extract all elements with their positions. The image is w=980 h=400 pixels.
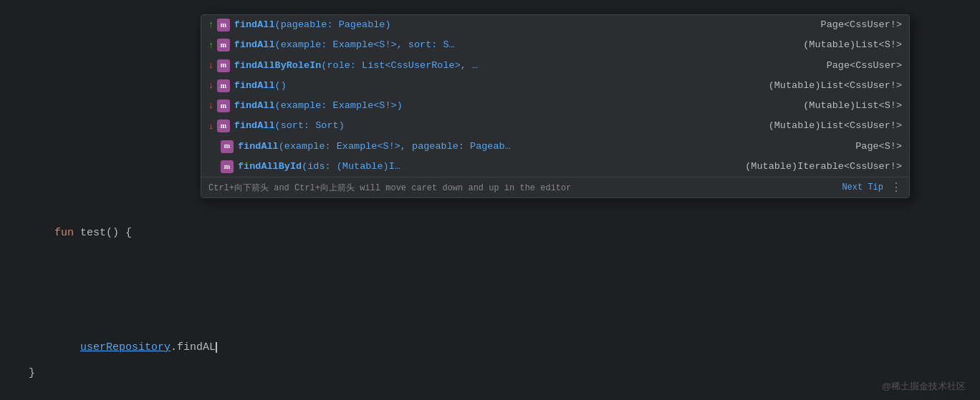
item-signature-7: findAll(example: Example<S!>, pageable: … <box>238 139 841 155</box>
autocomplete-item-2[interactable]: ↑ m findAll(example: Example<S!>, sort: … <box>201 35 909 55</box>
arrow-down-icon-4: ↓ <box>208 78 214 93</box>
return-type-6: (Mutable)List<CssUser!> <box>754 118 902 134</box>
item-signature-5: findAll(example: Example<S!>) <box>234 98 789 114</box>
item-signature-4: findAll() <box>234 78 754 94</box>
sig-rest-8: (ids: (Mutable)I… <box>302 161 400 172</box>
footer-hint-text: Ctrl+向下箭头 and Ctrl+向上箭头 will move caret … <box>208 182 842 194</box>
arrow-down-icon-3: ↓ <box>208 58 214 73</box>
repo-identifier: userRepository <box>80 341 170 353</box>
autocomplete-popup: ↑ m findAll(pageable: Pageable) Page<Css… <box>201 14 910 198</box>
highlight-2: findAll <box>234 39 275 50</box>
dot-findal: .findAL <box>170 341 217 353</box>
autocomplete-item-1[interactable]: ↑ m findAll(pageable: Pageable) Page<Css… <box>201 15 909 35</box>
autocomplete-item-3[interactable]: ↓ m findAllByRoleIn(role: List<CssUserRo… <box>201 56 909 76</box>
highlight-extra-8: ById <box>279 161 302 172</box>
sig-rest-5: (example: Example<S!>) <box>275 100 403 111</box>
method-icon-8: m <box>221 160 234 173</box>
sig-rest-4: () <box>275 80 287 91</box>
return-type-1: Page<CssUser!> <box>807 17 902 33</box>
return-type-5: (Mutable)List<S!> <box>789 98 902 114</box>
item-signature-1: findAll(pageable: Pageable) <box>234 17 807 33</box>
arrow-up-icon-1: ↑ <box>208 17 214 32</box>
closing-brace: } <box>29 365 35 382</box>
sig-rest-6: (sort: Sort) <box>275 120 345 131</box>
method-icon-4: m <box>217 79 230 92</box>
item-signature-2: findAll(example: Example<S!>, sort: S… <box>234 37 789 53</box>
method-icon-6: m <box>217 119 230 132</box>
arrow-down-icon-5: ↓ <box>208 98 214 113</box>
next-tip-button[interactable]: Next Tip <box>842 182 883 192</box>
cursor <box>216 342 217 353</box>
autocomplete-footer: Ctrl+向下箭头 and Ctrl+向上箭头 will move caret … <box>201 177 909 197</box>
method-icon-2: m <box>217 39 230 52</box>
method-icon-3: m <box>217 59 230 72</box>
highlight-3: findAll <box>234 60 275 71</box>
return-type-3: Page<CssUser> <box>812 58 902 74</box>
repo-line: userRepository.findAL <box>29 322 217 374</box>
highlight-7: findAll <box>238 141 279 152</box>
fn-test: test() { <box>80 227 132 239</box>
autocomplete-item-8[interactable]: m findAllById(ids: (Mutable)I… (Mutable)… <box>201 157 909 177</box>
highlight-4: findAll <box>234 80 275 91</box>
autocomplete-item-6[interactable]: ↓ m findAll(sort: Sort) (Mutable)List<Cs… <box>201 116 909 136</box>
highlight-5: findAll <box>234 100 275 111</box>
watermark: @稀土掘金技术社区 <box>882 380 966 393</box>
arrow-up-icon-2: ↑ <box>208 38 214 53</box>
sig-rest-1: (pageable: Pageable) <box>275 19 391 30</box>
sig-rest-2: (example: Example<S!>, sort: S… <box>275 39 455 50</box>
highlight-6: findAll <box>234 120 275 131</box>
sig-rest-7: (example: Example<S!>, pageable: Pageab… <box>279 141 511 152</box>
sig-rest-3: (role: List<CssUserRole>, … <box>321 60 478 71</box>
autocomplete-item-7[interactable]: m findAll(example: Example<S!>, pageable… <box>201 137 909 157</box>
return-type-4: (Mutable)List<CssUser!> <box>754 78 902 94</box>
code-line-fun: fun test() { <box>29 208 951 259</box>
keyword-fun: fun <box>54 227 80 239</box>
more-options-icon[interactable]: ⋮ <box>890 180 902 195</box>
method-icon-5: m <box>217 99 230 112</box>
autocomplete-item-4[interactable]: ↓ m findAll() (Mutable)List<CssUser!> <box>201 76 909 96</box>
return-type-7: Page<S!> <box>841 139 902 155</box>
code-after-popup: userRepository.findAL <box>29 322 217 374</box>
arrow-down-icon-6: ↓ <box>208 119 214 134</box>
autocomplete-item-5[interactable]: ↓ m findAll(example: Example<S!>) (Mutab… <box>201 96 909 116</box>
highlight-extra-3: ByRoleIn <box>275 60 322 71</box>
highlight-1: findAll <box>234 19 275 30</box>
method-icon-1: m <box>217 19 230 31</box>
closing-brace-line: } <box>29 365 35 382</box>
return-type-8: (Mutable)Iterable<CssUser!> <box>731 159 902 175</box>
return-type-2: (Mutable)List<S!> <box>789 37 902 53</box>
item-signature-8: findAllById(ids: (Mutable)I… <box>238 159 731 175</box>
autocomplete-list: ↑ m findAll(pageable: Pageable) Page<Css… <box>201 15 909 177</box>
item-signature-3: findAllByRoleIn(role: List<CssUserRole>,… <box>234 58 812 74</box>
highlight-8: findAll <box>238 161 279 172</box>
method-icon-7: m <box>221 140 234 153</box>
item-signature-6: findAll(sort: Sort) <box>234 118 754 134</box>
